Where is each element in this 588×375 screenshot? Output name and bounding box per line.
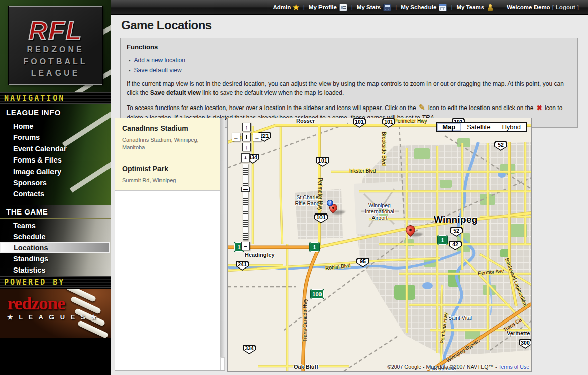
sidebar-item-sponsors[interactable]: Sponsors [0, 178, 111, 188]
sidebar-item-image-gallery[interactable]: Image Gallery [0, 167, 111, 177]
sidebar-item-schedule[interactable]: Schedule [0, 232, 111, 242]
map-label-inkster: Inkster Blvd [349, 168, 376, 174]
logout-link[interactable]: Logout [556, 4, 575, 10]
player-icon [487, 4, 494, 11]
location-name: Optimist Park [122, 165, 218, 173]
redzone-leagues-logo: redzone ★ L E A G U E S ★ [0, 289, 111, 338]
title-divider [120, 35, 578, 35]
map-label-trans-canada: Trans Canada Hwy [302, 299, 308, 342]
map-label-headingley: Headingley [245, 252, 275, 258]
location-card-optimist[interactable]: Optimist Park Summit Rd, Winnipeg [115, 158, 225, 191]
sidebar-item-contacts[interactable]: Contacts [0, 189, 111, 199]
map-label-airport: Winnipeg International Airport [363, 202, 396, 221]
redzone-wordmark: redzone [7, 294, 65, 312]
map-canvas[interactable]: Rosser Perimeter Hwy Brookside Blvd Inks… [227, 118, 532, 372]
functions-heading: Functions [127, 42, 571, 52]
instructions-paragraph-1: If the current map view is not in the de… [127, 79, 571, 97]
my-profile-link[interactable]: My Profile [309, 4, 347, 11]
map-copyright: ©2007 Google - Map data ©2007 NAVTEQ™ - … [387, 364, 529, 370]
my-stats-link[interactable]: My Stats [357, 4, 391, 11]
info-badge-icon[interactable]: i [327, 200, 333, 206]
rfl-acronym: RFL [9, 18, 102, 44]
zoom-out-button[interactable]: − [241, 242, 250, 250]
powered-by-led-banner: POWERED BY [0, 276, 111, 288]
location-address: CanadInns Stadium, Winnipeg, Manitoba [122, 136, 218, 152]
profile-card-icon [339, 4, 347, 11]
main-content: Game Locations Functions Add a new locat… [111, 15, 588, 375]
map-type-satellite-button[interactable]: Satellite [461, 122, 496, 132]
trans-canada-shield-1: 1 [310, 242, 319, 252]
sidebar-item-forms-files[interactable]: Forms & Files [0, 155, 111, 166]
map-type-hybrid-button[interactable]: Hybrid [496, 122, 527, 132]
pan-left-button[interactable]: ← [232, 133, 240, 141]
sidebar: RFL REDZONE FOOTBALL LEAGUE NAVIGATION L… [0, 0, 111, 375]
move-cross-icon [244, 135, 249, 139]
terms-of-use-link[interactable]: Terms of Use [498, 364, 529, 370]
calculator-icon [383, 4, 391, 11]
rfl-logo: RFL REDZONE FOOTBALL LEAGUE [9, 6, 102, 85]
map-type-buttons: Map Satellite Hybrid [437, 122, 527, 132]
location-address: Summit Rd, Winnipeg [122, 177, 218, 184]
calendar-icon [439, 4, 447, 11]
sidebar-item-home[interactable]: Home [0, 121, 111, 132]
locations-list-panel: CanadInns Stadium CanadInns Stadium, Win… [115, 118, 225, 371]
my-teams-link[interactable]: My Teams [456, 4, 494, 11]
navigation-led-banner: NAVIGATION [0, 92, 111, 104]
admin-link[interactable]: Admin ★ [273, 3, 299, 11]
map-label-vermette: Vermette [507, 330, 530, 336]
functions-box: Functions Add a new location Save defaul… [120, 38, 578, 128]
map-label-winnipeg: Winnipeg [434, 214, 478, 225]
scrollbar-thumb[interactable] [220, 357, 225, 370]
location-card-canadinns[interactable]: CanadInns Stadium CanadInns Stadium, Win… [115, 118, 225, 158]
location-name: CanadInns Stadium [122, 124, 218, 132]
sidebar-item-forums[interactable]: Forums [0, 132, 111, 143]
sidebar-item-standings[interactable]: Standings [0, 254, 111, 264]
pan-center-button[interactable] [242, 133, 251, 141]
trans-canada-shield-1: 1 [438, 235, 447, 245]
sidebar-item-event-calendar[interactable]: Event Calendar [0, 144, 111, 154]
map-type-map-button[interactable]: Map [436, 122, 461, 132]
top-bar: Admin ★ | My Profile | My Stats | My Sch… [111, 0, 588, 15]
add-location-link[interactable]: Add a new location [129, 56, 571, 65]
map-label-perimeter-west: Perimeter Hwy [317, 178, 323, 211]
trans-canada-shield-100: 100 [311, 289, 324, 299]
map-label-perimeter-top: Perimeter Hwy [394, 118, 427, 124]
section-league-info: LEAGUE INFO [0, 108, 111, 119]
pan-down-button[interactable]: ↓ [242, 143, 251, 151]
pan-right-button[interactable]: → [253, 133, 261, 141]
map-label-brookside: Brookside Blvd [381, 132, 387, 166]
section-the-game: THE GAME [0, 207, 111, 219]
pan-up-button[interactable]: ↑ [242, 123, 251, 131]
sidebar-item-statistics[interactable]: Statistics [0, 265, 111, 276]
leagues-wordmark: ★ L E A G U E S ★ [7, 313, 99, 321]
map-label-oak-bluff: Oak Bluff [294, 364, 318, 370]
delete-x-icon: ✖ [537, 104, 542, 112]
welcome-text: Welcome Demo [507, 4, 550, 10]
sidebar-item-locations[interactable]: Locations [0, 242, 110, 253]
sidebar-item-teams[interactable]: Teams [0, 221, 111, 231]
map-label-rosser: Rosser [296, 118, 315, 124]
locations-scrollbar[interactable] [220, 118, 225, 370]
zoom-slider-track[interactable] [243, 164, 248, 240]
map-label-saint-vital: Saint Vital [448, 315, 472, 321]
save-default-view-link[interactable]: Save default view [129, 66, 571, 75]
zoom-in-button[interactable]: + [241, 153, 250, 162]
admin-star-icon: ★ [293, 3, 299, 11]
my-schedule-link[interactable]: My Schedule [401, 4, 447, 11]
map-base-art [228, 118, 531, 371]
zoom-slider-handle[interactable]: — [241, 187, 250, 192]
edit-pencil-icon: ✎ [419, 103, 425, 112]
page-title: Game Locations [121, 18, 212, 32]
